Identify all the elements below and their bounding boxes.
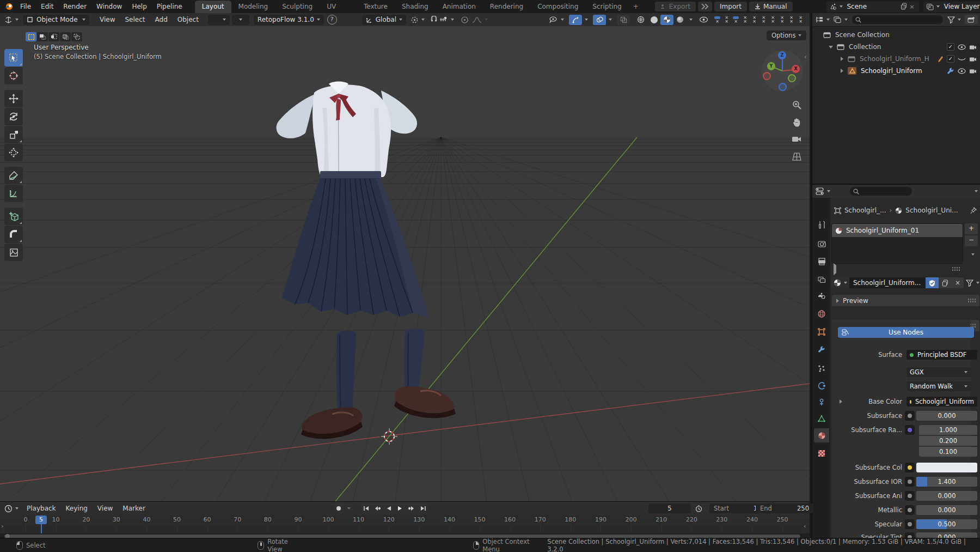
shading-solid-button[interactable] xyxy=(647,15,660,25)
viewport-menu-item[interactable]: Select xyxy=(120,13,150,26)
retopoflow-help-button[interactable]: ? xyxy=(327,15,337,25)
tool-texture-paint[interactable] xyxy=(4,244,23,261)
material-slot-specials-dropdown[interactable] xyxy=(965,250,978,259)
pin-icon[interactable] xyxy=(970,207,977,214)
camera-visibility-icon[interactable] xyxy=(969,68,977,74)
keying-dropdown[interactable] xyxy=(345,504,353,513)
view-layer-selector[interactable]: View Layer × xyxy=(923,2,980,12)
timeline-expand-icon[interactable]: › xyxy=(1,523,3,530)
camera-visibility-icon[interactable] xyxy=(969,56,977,62)
outliner-item-label[interactable]: Scene Collection xyxy=(835,31,890,39)
manual-button[interactable]: Manual xyxy=(749,2,793,11)
timeline-editor-type-dropdown[interactable] xyxy=(4,505,19,513)
subsurface-radius-z[interactable]: 0.100 xyxy=(919,447,977,457)
show-gizmo-toggle[interactable] xyxy=(569,15,582,25)
material-name-field[interactable]: Schoolgirl_Uniform... xyxy=(849,277,926,288)
collection-checkbox[interactable]: ✓ xyxy=(947,43,954,51)
addon-icon-9[interactable]: ✕✕ xyxy=(787,15,796,25)
tab-modifiers[interactable] xyxy=(814,342,829,356)
tool-cursor[interactable] xyxy=(4,67,23,84)
outliner-item-label[interactable]: Collection xyxy=(849,43,881,51)
snap-target-dropdown[interactable] xyxy=(439,16,454,23)
tool-rotate[interactable] xyxy=(4,108,23,125)
workspace-tab[interactable]: Texture Paint xyxy=(357,1,395,13)
properties-search-input[interactable] xyxy=(850,187,912,196)
navigation-gizmo[interactable]: Z Y X xyxy=(762,50,803,92)
properties-options-dropdown[interactable] xyxy=(975,190,978,192)
tab-world[interactable] xyxy=(814,307,829,321)
tool-measure[interactable] xyxy=(4,185,23,202)
subsurface-radius-x[interactable]: 1.000 xyxy=(919,425,977,435)
tab-render[interactable] xyxy=(814,236,829,251)
subsurface-color-swatch[interactable] xyxy=(916,463,977,472)
socket-icon[interactable] xyxy=(905,532,915,538)
scene-name[interactable]: Scene xyxy=(843,3,901,10)
tab-texture[interactable] xyxy=(814,446,829,460)
outliner-row-collection[interactable]: Collection ✓ xyxy=(812,41,980,53)
timeline-menu-item[interactable]: Marker xyxy=(118,502,150,515)
mode-extra-dropdown-2[interactable] xyxy=(232,15,249,25)
timeline-ruler[interactable]: 0102030405060708090100110120130140150160… xyxy=(0,515,810,525)
frame-start-field[interactable]: Start1 xyxy=(709,504,762,513)
gizmo-minus-y-axis[interactable] xyxy=(788,74,796,82)
gizmo-minus-x-axis[interactable] xyxy=(763,72,771,80)
addon-icon-1[interactable]: ✕ xyxy=(713,15,722,25)
select-mode-extend[interactable] xyxy=(48,32,59,41)
addon-icon-10[interactable]: ✕✕ xyxy=(796,15,805,25)
viewport-3d[interactable]: User Perspective (5) Scene Collection | … xyxy=(0,26,810,501)
perspective-toggle-icon[interactable] xyxy=(790,150,803,163)
jump-to-start-button[interactable] xyxy=(360,504,371,513)
metallic-slider[interactable]: 0.000 xyxy=(916,505,977,515)
export-button[interactable]: Export xyxy=(655,2,696,11)
surface-shader-field[interactable]: Principled BSDF xyxy=(906,350,977,360)
workspace-tab[interactable]: Rendering xyxy=(483,1,530,13)
xray-toggle[interactable] xyxy=(617,15,630,25)
breadcrumb-material-name[interactable]: Schoolgirl_Uni... xyxy=(905,207,958,214)
addon-icon-3[interactable]: ✕ xyxy=(731,15,740,25)
expand-icon[interactable] xyxy=(840,399,842,404)
play-reverse-button[interactable] xyxy=(383,504,394,513)
snap-toggle[interactable] xyxy=(430,16,438,23)
tool-move[interactable] xyxy=(4,90,23,107)
addon-icon-6[interactable]: ✕✕ xyxy=(759,15,768,25)
playhead-current-frame[interactable]: 5 xyxy=(35,515,47,524)
tool-transform[interactable] xyxy=(4,144,23,161)
workspace-tab[interactable]: Shading xyxy=(395,1,436,13)
topbar-menu-item[interactable]: Help xyxy=(127,0,151,13)
current-frame-field[interactable]: 5 xyxy=(648,504,691,513)
unlink-material-button[interactable]: × xyxy=(952,277,964,288)
subsurface-ior-slider[interactable]: 1.400 xyxy=(916,477,977,487)
zoom-icon[interactable] xyxy=(790,98,803,111)
mode-selector[interactable]: Object Mode xyxy=(23,15,89,25)
outliner-display-mode-dropdown[interactable] xyxy=(816,16,830,23)
blender-logo-icon[interactable] xyxy=(4,2,13,11)
workspace-tab[interactable]: Modeling xyxy=(231,1,275,13)
select-mode-tweak[interactable] xyxy=(26,32,36,41)
socket-icon[interactable] xyxy=(905,477,915,487)
proportional-falloff-dropdown[interactable] xyxy=(472,16,488,23)
socket-icon[interactable] xyxy=(905,425,915,435)
topbar-menu-item[interactable]: Window xyxy=(91,0,127,13)
jump-to-end-button[interactable] xyxy=(418,504,428,513)
import-button[interactable]: Import xyxy=(714,2,747,11)
shading-wireframe-button[interactable] xyxy=(634,15,647,25)
select-mode-subtract[interactable] xyxy=(60,32,71,41)
tab-view-layer[interactable] xyxy=(814,272,829,287)
gizmo-z-axis[interactable]: Z xyxy=(778,51,786,59)
viewport-menu-item[interactable]: Add xyxy=(150,13,173,26)
addon-icon-5[interactable]: ✕✕ xyxy=(750,15,759,25)
breadcrumb-object-name[interactable]: Schoolgirl_... xyxy=(844,207,886,214)
view-layer-name[interactable]: View Layer xyxy=(940,3,980,10)
tab-particles[interactable] xyxy=(814,361,829,375)
collection-checkbox[interactable]: ✓ xyxy=(947,55,954,63)
sidebar-toggle-icon[interactable]: ‹ xyxy=(804,53,806,60)
addon-icon-4[interactable]: ✕✕ xyxy=(740,15,750,25)
tab-material[interactable] xyxy=(814,428,829,442)
select-mode-box[interactable] xyxy=(37,32,48,41)
tool-spin[interactable] xyxy=(4,226,23,243)
unlink-scene-icon[interactable]: × xyxy=(908,3,916,10)
options-button[interactable]: Options xyxy=(767,31,806,40)
socket-icon[interactable] xyxy=(905,491,915,501)
tab-object-data[interactable] xyxy=(814,411,829,426)
material-slot-selected[interactable]: Schoolgirl_Uniform_01 xyxy=(832,224,963,237)
